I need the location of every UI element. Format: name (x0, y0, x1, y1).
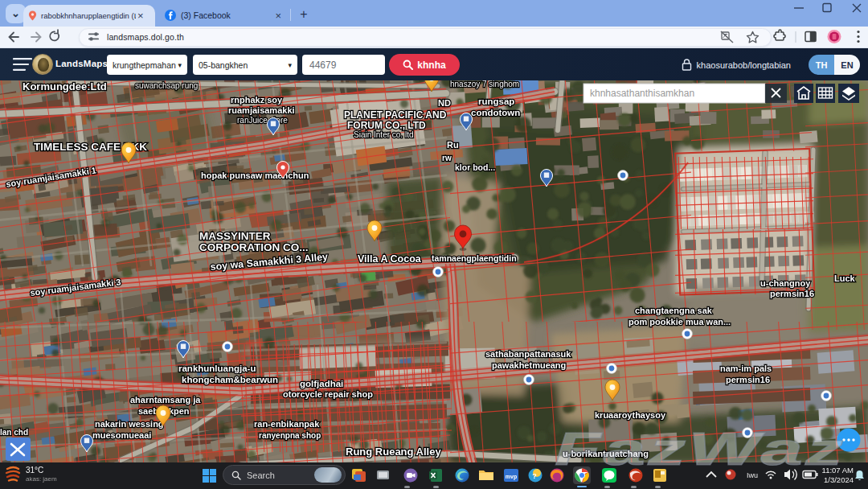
svg-text:condotown: condotown (471, 108, 520, 117)
svg-text:rungsap: rungsap (478, 97, 514, 106)
svg-text:Ru: Ru (447, 140, 459, 150)
svg-text:aharntamsang ja: aharntamsang ja (130, 395, 201, 405)
svg-text:permsin16: permsin16 (726, 375, 770, 384)
svg-text:ranyenpna shop: ranyenpna shop (259, 431, 321, 440)
svg-text:Rung Rueang Alley: Rung Rueang Alley (346, 446, 441, 458)
svg-text:ND: ND (438, 98, 451, 108)
svg-text:hnaszoy 7 singhom: hnaszoy 7 singhom (450, 80, 519, 88)
svg-text:ruamjaisamakki: ruamjaisamakki (228, 105, 295, 115)
svg-text:rankhunluangja-u: rankhunluangja-u (178, 364, 256, 373)
svg-text:Iwu: Iwu (747, 471, 758, 479)
svg-text:pawakhetmueang: pawakhetmueang (492, 360, 566, 370)
svg-text:suwanchsap rung: suwanchsap rung (135, 81, 198, 90)
svg-text:rw: rw (442, 154, 452, 162)
svg-text:sathabanpattanasuk: sathabanpattanasuk (485, 349, 571, 359)
svg-text:tamnaengplaengtidin: tamnaengplaengtidin (432, 253, 517, 263)
svg-text:permsin16: permsin16 (770, 289, 814, 298)
svg-text:FORUM CO., LTD: FORUM CO., LTD (347, 120, 426, 131)
svg-text:kruaaroythaysoy: kruaaroythaysoy (595, 410, 666, 420)
svg-text:otorcycle repair shop: otorcycle repair shop (283, 389, 373, 399)
svg-text:lan chd: lan chd (0, 428, 28, 437)
svg-text:ranJuice store: ranJuice store (237, 116, 288, 125)
svg-text:Kormungdee:Ltd: Kormungdee:Ltd (23, 80, 107, 92)
svg-text:ran-enbikanpak: ran-enbikanpak (254, 419, 320, 429)
svg-text:klor bod...: klor bod... (455, 162, 495, 172)
svg-text:golfjadhai: golfjadhai (300, 379, 343, 388)
svg-text:mvp: mvp (506, 474, 517, 480)
svg-text:u-changnoy: u-changnoy (760, 278, 811, 288)
svg-text:Siain Inter co. ltd: Siain Inter co. ltd (354, 130, 413, 139)
svg-text:nakarin wessing: nakarin wessing (95, 419, 164, 429)
svg-text:nam-im pals: nam-im pals (720, 364, 772, 373)
svg-text:khnhasathanthisamkhan: khnhasathanthisamkhan (590, 88, 694, 99)
svg-text:changtaengna sak: changtaengna sak (635, 306, 713, 315)
svg-text:rnphakz soy: rnphakz soy (231, 95, 283, 105)
svg-text:Luck: Luck (834, 273, 856, 283)
svg-text:CORPORATION CO...: CORPORATION CO... (199, 241, 309, 253)
svg-text:MASSYINTER: MASSYINTER (199, 230, 271, 242)
svg-text:khongcham&bearwun: khongcham&bearwun (182, 375, 278, 384)
svg-text:u-borikantruatchang: u-borikantruatchang (563, 449, 649, 458)
svg-text:?: ? (532, 472, 537, 480)
svg-text:hopak punsaw maenchun: hopak punsaw maenchun (201, 171, 309, 180)
svg-text:muesomueaai: muesomueaai (92, 430, 151, 440)
svg-text:Villa A Cocoa: Villa A Cocoa (358, 253, 422, 265)
svg-text:PLANET PACIFIC AND: PLANET PACIFIC AND (344, 109, 447, 121)
svg-text:pom pookkie mua wan...: pom pookkie mua wan... (628, 317, 731, 327)
